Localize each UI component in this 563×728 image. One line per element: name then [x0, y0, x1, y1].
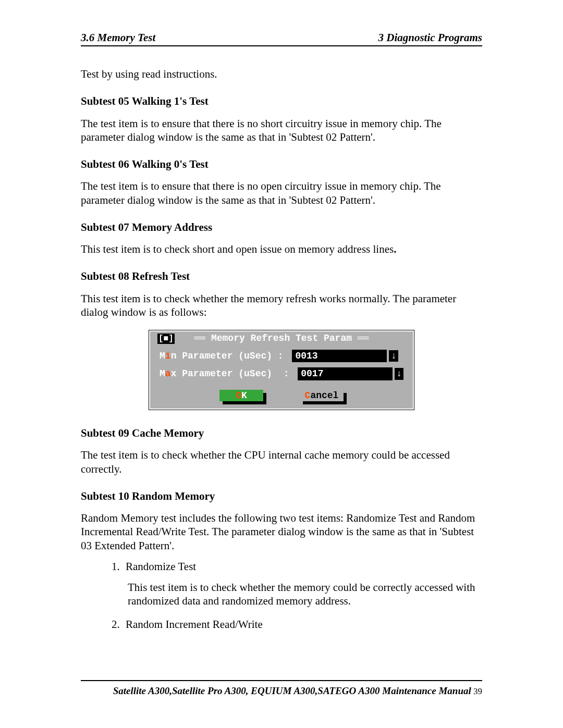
min-pre: M [160, 351, 165, 361]
cancel-rest: ancel [310, 390, 338, 401]
randomize-test-body: This test item is to check whether the m… [128, 581, 482, 608]
list-item: Random Increment Read/Write [123, 618, 482, 631]
min-param-row: Min Parameter (uSec) : 0013 ↓ [160, 350, 403, 363]
cancel-hotkey: C [305, 390, 311, 401]
subtest-09-heading: Subtest 09 Cache Memory [81, 426, 482, 440]
subtest-05-body: The test item is to ensure that there is… [81, 117, 482, 144]
dialog-title-bar: ══ Memory Refresh Test Param ══ [150, 332, 413, 344]
min-hotkey: i [165, 351, 171, 361]
subtest-08-body: This test item is to check whether the m… [81, 292, 482, 319]
page-number: 39 [471, 686, 482, 696]
min-param-label: Min Parameter (uSec) : [160, 350, 289, 362]
subtest-09-body: The test item is to check whether the CP… [81, 448, 482, 476]
max-pre: M [160, 368, 165, 379]
header-left: 3.6 Memory Test [81, 31, 155, 44]
close-icon[interactable]: [■] [157, 334, 175, 344]
ok-hotkey: O [236, 390, 241, 401]
cancel-button[interactable]: Cancel [300, 390, 344, 402]
ok-button[interactable]: OK [219, 390, 263, 402]
dialog-figure: [■] ══ Memory Refresh Test Param ══ Min … [81, 330, 482, 410]
max-param-dropdown-icon[interactable]: ↓ [395, 368, 403, 380]
subtest-08-heading: Subtest 08 Refresh Test [81, 269, 482, 283]
subtest-06-heading: Subtest 06 Walking 0's Test [81, 157, 482, 171]
min-param-input[interactable]: 0013 [292, 350, 387, 363]
random-increment-title: Random Increment Read/Write [126, 618, 263, 631]
subtest-05-heading: Subtest 05 Walking 1's Test [81, 94, 482, 108]
subtest-06-body: The test item is to ensure that there is… [81, 179, 482, 207]
memory-refresh-dialog: [■] ══ Memory Refresh Test Param ══ Min … [149, 330, 414, 410]
header-right: 3 Diagnostic Programs [378, 31, 482, 44]
dialog-title: Memory Refresh Test Param [211, 332, 352, 344]
min-param-dropdown-icon[interactable]: ↓ [389, 350, 398, 362]
max-post: x Parameter (uSec) : [171, 368, 295, 379]
subtest-07-heading: Subtest 07 Memory Address [81, 220, 482, 234]
max-param-label: Max Parameter (uSec) : [160, 368, 295, 380]
ok-rest: K [241, 390, 247, 401]
randomize-test-title: Randomize Test [126, 560, 196, 573]
document-page: 3.6 Memory Test 3 Diagnostic Programs Te… [0, 0, 563, 728]
dialog-button-row: OK Cancel [150, 390, 413, 402]
footer-text: Satellite A300,Satellite Pro A300, EQUIU… [113, 685, 471, 696]
max-hotkey: a [165, 368, 171, 379]
max-param-input[interactable]: 0017 [298, 367, 393, 380]
title-rule-left: ══ [194, 333, 211, 343]
page-content: Test by using read instructions. Subtest… [81, 67, 482, 631]
subtest-07-body: This test item is to check short and ope… [81, 242, 482, 256]
page-footer: Satellite A300,Satellite Pro A300, EQUIU… [81, 680, 482, 697]
list-item: Randomize Test This test item is to chec… [123, 560, 482, 608]
subtest-07-body-text: This test item is to check short and ope… [81, 243, 394, 255]
title-rule-right: ══ [352, 333, 369, 343]
subtest-10-heading: Subtest 10 Random Memory [81, 489, 482, 503]
min-post: n Parameter (uSec) : [171, 351, 289, 361]
subtest-07-period: . [394, 243, 396, 255]
subtest-10-body: Random Memory test includes the followin… [81, 511, 482, 552]
subtest-10-list: Randomize Test This test item is to chec… [111, 560, 482, 631]
intro-line: Test by using read instructions. [81, 67, 482, 81]
running-header: 3.6 Memory Test 3 Diagnostic Programs [81, 31, 482, 46]
max-param-row: Max Parameter (uSec) : 0017 ↓ [160, 367, 403, 380]
